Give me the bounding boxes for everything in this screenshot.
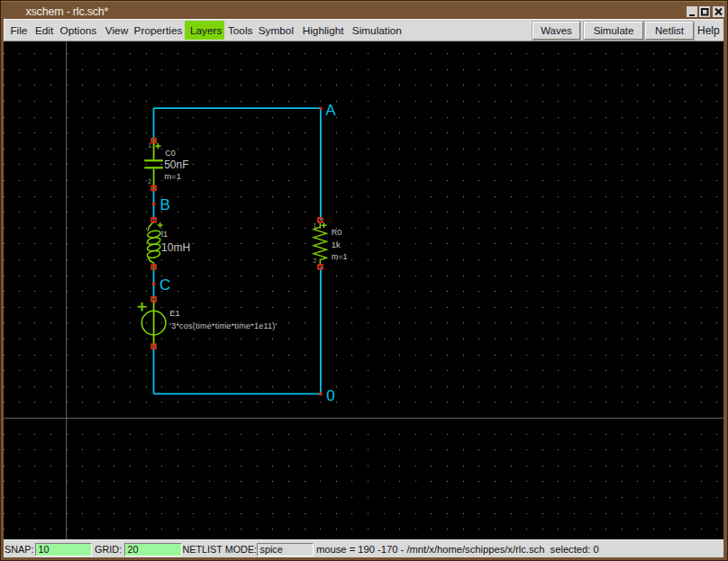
svg-text:E1: E1: [169, 308, 180, 318]
svg-text:R0: R0: [332, 228, 342, 237]
svg-text:C: C: [159, 276, 170, 294]
svg-text:C0: C0: [165, 149, 176, 158]
svg-text:2: 2: [314, 258, 317, 264]
svg-text:A: A: [325, 102, 336, 119]
svg-text:l1: l1: [161, 230, 168, 239]
svg-text:B: B: [160, 196, 170, 213]
svg-text:50nF: 50nF: [164, 158, 188, 171]
svg-text:10mH: 10mH: [161, 241, 190, 254]
svg-text:0: 0: [326, 387, 334, 404]
svg-text:1k: 1k: [332, 240, 341, 249]
svg-text:2: 2: [148, 178, 151, 185]
svg-text:m=1: m=1: [332, 252, 348, 261]
svg-text:'3*cos(time*time*time*1e11)': '3*cos(time*time*time*1e11)': [169, 321, 277, 330]
svg-text:1: 1: [314, 222, 317, 229]
svg-text:m=1: m=1: [164, 171, 181, 181]
svg-text:1: 1: [148, 142, 151, 149]
